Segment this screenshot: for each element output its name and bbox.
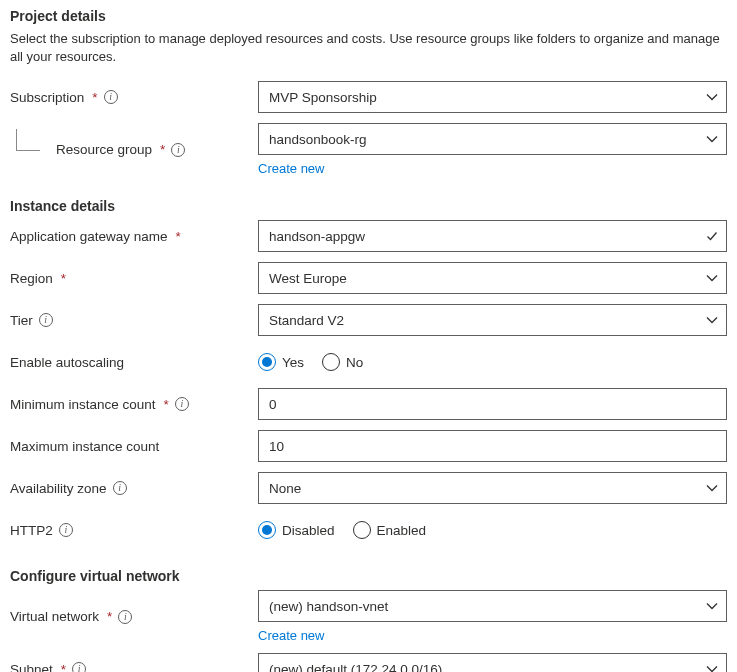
radio-circle-icon [258, 521, 276, 539]
min-count-row: Minimum instance count * i 0 [10, 388, 727, 420]
max-count-label: Maximum instance count [10, 439, 159, 454]
vnet-select[interactable]: (new) handson-vnet [258, 590, 727, 622]
gateway-name-value: handson-appgw [269, 229, 365, 244]
info-icon[interactable]: i [104, 90, 118, 104]
info-icon[interactable]: i [118, 610, 132, 624]
project-details-description: Select the subscription to manage deploy… [10, 30, 727, 65]
instance-details-section: Instance details Application gateway nam… [10, 198, 727, 546]
http2-disabled-radio[interactable]: Disabled [258, 521, 335, 539]
autoscaling-yes-radio[interactable]: Yes [258, 353, 304, 371]
required-indicator: * [107, 609, 112, 624]
chevron-down-icon [706, 91, 718, 103]
vnet-row: Virtual network * i (new) handson-vnet C… [10, 590, 727, 643]
required-indicator: * [61, 271, 66, 286]
gateway-name-label: Application gateway name [10, 229, 168, 244]
http2-disabled-label: Disabled [282, 523, 335, 538]
resource-group-select-value: handsonbook-rg [269, 132, 367, 147]
vnet-label: Virtual network [10, 609, 99, 624]
resource-group-select[interactable]: handsonbook-rg [258, 123, 727, 155]
radio-dot-icon [262, 357, 272, 367]
max-count-row: Maximum instance count 10 [10, 430, 727, 462]
tier-select-value: Standard V2 [269, 313, 344, 328]
project-details-heading: Project details [10, 8, 727, 24]
tier-row: Tier i Standard V2 [10, 304, 727, 336]
autoscaling-row: Enable autoscaling Yes No [10, 346, 727, 378]
autoscaling-no-radio[interactable]: No [322, 353, 363, 371]
min-count-value: 0 [269, 397, 277, 412]
autoscaling-radio-group: Yes No [258, 346, 727, 378]
resource-group-label-text: Resource group [56, 142, 152, 157]
project-details-section: Project details Select the subscription … [10, 8, 727, 176]
required-indicator: * [61, 662, 66, 672]
region-select-value: West Europe [269, 271, 347, 286]
autoscaling-label: Enable autoscaling [10, 355, 124, 370]
virtual-network-section: Configure virtual network Virtual networ… [10, 568, 727, 672]
info-icon[interactable]: i [39, 313, 53, 327]
indent-connector-icon [16, 129, 40, 151]
autoscaling-no-label: No [346, 355, 363, 370]
subnet-select[interactable]: (new) default (172.24.0.0/16) [258, 653, 727, 672]
http2-label: HTTP2 [10, 523, 53, 538]
http2-row: HTTP2 i Disabled Enabled [10, 514, 727, 546]
instance-details-heading: Instance details [10, 198, 727, 214]
info-icon[interactable]: i [59, 523, 73, 537]
chevron-down-icon [706, 314, 718, 326]
radio-circle-icon [258, 353, 276, 371]
tier-label: Tier [10, 313, 33, 328]
gateway-name-input[interactable]: handson-appgw [258, 220, 727, 252]
chevron-down-icon [706, 133, 718, 145]
subnet-label: Subnet [10, 662, 53, 672]
info-icon[interactable]: i [113, 481, 127, 495]
region-label: Region [10, 271, 53, 286]
vnet-create-new-link[interactable]: Create new [258, 628, 324, 643]
autoscaling-yes-label: Yes [282, 355, 304, 370]
required-indicator: * [92, 90, 97, 105]
availability-zone-select[interactable]: None [258, 472, 727, 504]
region-row: Region * West Europe [10, 262, 727, 294]
chevron-down-icon [706, 663, 718, 672]
availability-zone-row: Availability zone i None [10, 472, 727, 504]
region-select[interactable]: West Europe [258, 262, 727, 294]
subnet-row: Subnet * i (new) default (172.24.0.0/16) [10, 653, 727, 672]
availability-zone-value: None [269, 481, 301, 496]
info-icon[interactable]: i [175, 397, 189, 411]
resource-group-label: Resource group * i [10, 142, 258, 157]
availability-zone-label: Availability zone [10, 481, 107, 496]
vnet-select-value: (new) handson-vnet [269, 599, 388, 614]
chevron-down-icon [706, 482, 718, 494]
max-count-input[interactable]: 10 [258, 430, 727, 462]
chevron-down-icon [706, 272, 718, 284]
subscription-select-value: MVP Sponsorship [269, 90, 377, 105]
radio-circle-icon [353, 521, 371, 539]
radio-dot-icon [262, 525, 272, 535]
virtual-network-heading: Configure virtual network [10, 568, 727, 584]
http2-radio-group: Disabled Enabled [258, 514, 727, 546]
subscription-label: Subscription * i [10, 90, 258, 105]
resource-group-create-new-link[interactable]: Create new [258, 161, 324, 176]
http2-enabled-label: Enabled [377, 523, 427, 538]
subscription-select[interactable]: MVP Sponsorship [258, 81, 727, 113]
gateway-name-row: Application gateway name * handson-appgw [10, 220, 727, 252]
info-icon[interactable]: i [72, 662, 86, 672]
required-indicator: * [164, 397, 169, 412]
resource-group-row: Resource group * i handsonbook-rg Create… [10, 123, 727, 176]
subnet-select-value: (new) default (172.24.0.0/16) [269, 662, 442, 672]
info-icon[interactable]: i [171, 143, 185, 157]
subscription-label-text: Subscription [10, 90, 84, 105]
tier-select[interactable]: Standard V2 [258, 304, 727, 336]
required-indicator: * [160, 142, 165, 157]
chevron-down-icon [706, 600, 718, 612]
min-count-label: Minimum instance count [10, 397, 156, 412]
subscription-row: Subscription * i MVP Sponsorship [10, 81, 727, 113]
required-indicator: * [176, 229, 181, 244]
min-count-input[interactable]: 0 [258, 388, 727, 420]
checkmark-icon [706, 230, 718, 242]
http2-enabled-radio[interactable]: Enabled [353, 521, 427, 539]
radio-circle-icon [322, 353, 340, 371]
max-count-value: 10 [269, 439, 284, 454]
